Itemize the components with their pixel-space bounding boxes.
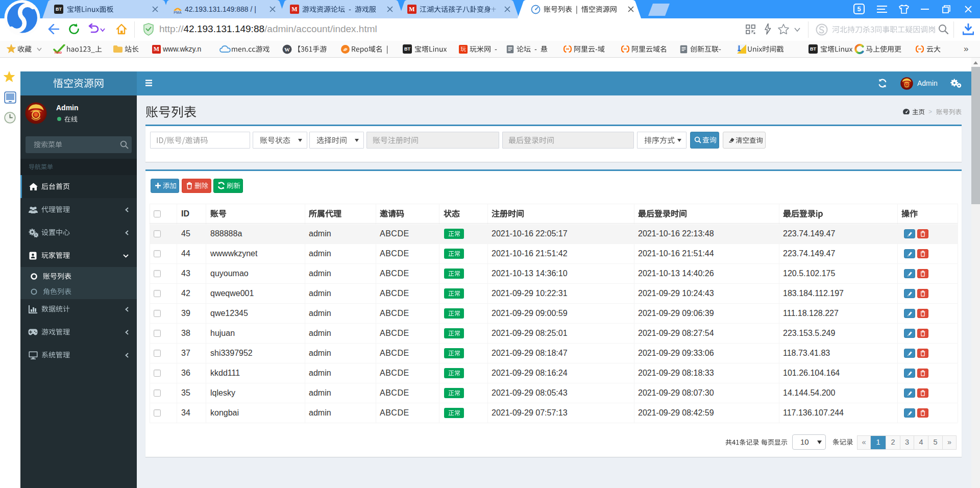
svg-text:PMA: PMA — [174, 11, 182, 14]
svg-text:W: W — [284, 46, 290, 53]
svg-text:hao: hao — [55, 50, 62, 54]
